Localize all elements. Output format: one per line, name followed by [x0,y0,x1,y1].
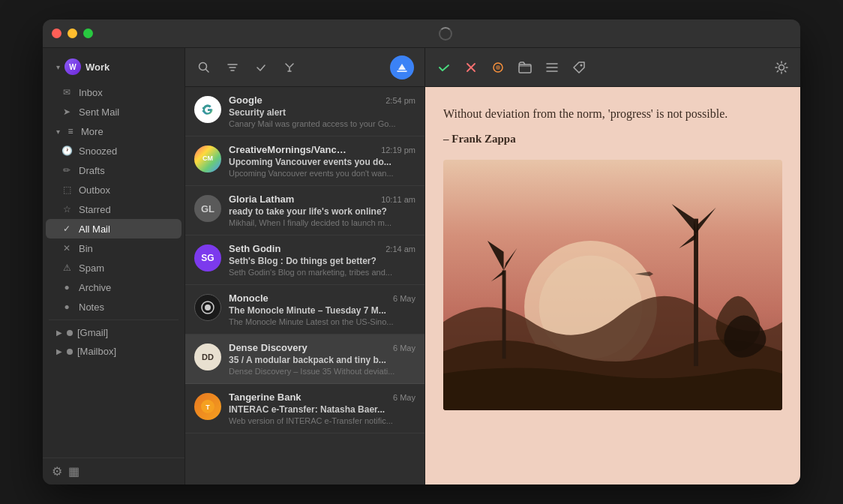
email-header: Google 2:54 pm [229,94,416,106]
sidebar-item-drafts[interactable]: ✏ Drafts [46,160,182,180]
loading-spinner [439,27,452,40]
sidebar-item-starred[interactable]: ☆ Starred [46,200,182,219]
main-content: ▾ W Work ✉ Inbox ➤ Sent Mail ▾ ≡ More 🕐 [43,48,800,484]
email-time: 6 May [393,294,416,303]
archive-dot-icon: ● [61,281,73,293]
minimize-button[interactable] [68,28,77,38]
delete-icon[interactable] [463,59,479,76]
sidebar: ▾ W Work ✉ Inbox ➤ Sent Mail ▾ ≡ More 🕐 [43,48,185,484]
drafts-icon: ✏ [61,164,73,176]
snoozed-icon: 🕐 [61,145,73,157]
email-subject: The Monocle Minute – Tuesday 7 M... [229,305,416,316]
tools-icon[interactable] [281,59,298,76]
sidebar-item-archive[interactable]: ● Archive [46,278,182,297]
sidebar-group-gmail[interactable]: ▶ [Gmail] [46,323,182,342]
email-header: Gloria Latham 10:11 am [229,194,416,205]
email-subject: INTERAC e-Transfer: Natasha Baer... [229,404,416,415]
hamburger-icon[interactable] [544,59,560,76]
app-window: ▾ W Work ✉ Inbox ➤ Sent Mail ▾ ≡ More 🕐 [43,20,800,484]
svg-point-13 [779,64,784,70]
compose-button[interactable] [390,56,414,80]
maximize-button[interactable] [83,28,93,38]
sidebar-group-mailbox[interactable]: ▶ [Mailbox] [46,342,182,361]
allmail-icon: ✓ [61,223,73,235]
email-item[interactable]: GL Gloria Latham 10:11 am ready to take … [185,186,424,236]
svg-text:T: T [206,404,210,411]
email-time: 12:19 pm [381,146,416,154]
search-icon[interactable] [196,59,212,76]
close-button[interactable] [52,28,62,38]
sidebar-divider [49,320,178,320]
email-preview: Mikhail, When I finally decided to launc… [229,218,416,227]
svg-line-21 [777,70,778,71]
email-body: Google 2:54 pm Security alert Canary Mai… [229,94,416,128]
account-name: Work [86,62,171,73]
snooze-icon[interactable] [490,59,506,76]
sidebar-item-spam[interactable]: ⚠ Spam [46,258,182,278]
email-item[interactable]: Monocle 6 May The Monocle Minute – Tuesd… [185,285,424,334]
email-item[interactable]: Google 2:54 pm Security alert Canary Mai… [185,87,424,136]
email-content: Without deviation from the norm, 'progre… [425,87,800,484]
sidebar-item-snoozed[interactable]: 🕐 Snoozed [46,141,182,160]
sidebar-item-bin[interactable]: ✕ Bin [46,238,182,258]
sidebar-item-outbox[interactable]: ⬚ Outbox [46,180,182,200]
starred-icon: ☆ [61,203,73,215]
avatar: SG [194,244,221,272]
sidebar-item-sent[interactable]: ➤ Sent Mail [46,102,182,122]
avatar: CM [194,146,221,172]
email-body: Tangerine Bank 6 May INTERAC e-Transfer:… [229,392,416,425]
more-chevron-icon: ▾ [56,128,60,136]
email-panel: Google 2:54 pm Security alert Canary Mai… [185,48,425,484]
email-body: CreativeMornings/Vancouver 12:19 pm Upco… [229,144,416,178]
more-lines-icon: ≡ [64,125,76,137]
account-avatar: W [64,58,81,75]
avatar [194,96,221,123]
settings-icon[interactable]: ⚙ [52,464,62,478]
email-item[interactable]: T Tangerine Bank 6 May INTERAC e-Transfe… [185,384,424,434]
avatar: GL [194,195,221,222]
email-header: CreativeMornings/Vancouver 12:19 pm [229,144,416,155]
email-item[interactable]: CM CreativeMornings/Vancouver 12:19 pm U… [185,136,424,186]
grid-icon[interactable]: ▦ [68,464,80,478]
spam-icon: ⚠ [61,262,73,274]
reading-pane: Without deviation from the norm, 'progre… [425,48,800,484]
email-subject: Security alert [229,107,416,118]
reading-toolbar [425,48,800,87]
filter-icon[interactable] [224,59,241,76]
email-time: 10:11 am [381,195,416,204]
folder-icon[interactable] [517,59,533,76]
email-header: Seth Godin 2:14 am [229,243,416,254]
email-toolbar [185,48,424,87]
email-subject: Upcoming Vancouver events you do... [229,157,416,167]
sidebar-item-allmail[interactable]: ✓ All Mail [46,219,182,238]
svg-line-20 [784,63,785,64]
email-quote-text: Without deviation from the norm, 'progre… [443,105,782,148]
label-icon[interactable] [571,59,587,76]
email-sender: Gloria Latham [229,194,294,205]
checkmark-icon[interactable] [253,59,269,76]
brightness-icon[interactable] [773,59,790,76]
account-row[interactable]: ▾ W Work [52,56,176,78]
email-preview: Dense Discovery – Issue 35 Without devia… [229,367,416,376]
sidebar-header: ▾ W Work [43,48,184,82]
email-subject: Seth's Blog : Do things get better? [229,256,416,266]
email-body: Monocle 6 May The Monocle Minute – Tuesd… [229,292,416,326]
email-header: Monocle 6 May [229,292,416,304]
email-list: Google 2:54 pm Security alert Canary Mai… [185,87,424,484]
email-preview: Upcoming Vancouver events you don't wan.… [229,169,416,178]
mailbox-chevron-icon: ▶ [56,347,62,356]
sidebar-item-more[interactable]: ▾ ≡ More [46,122,182,141]
svg-line-1 [206,69,209,72]
account-chevron-icon: ▾ [56,63,60,71]
svg-line-19 [784,70,785,71]
mailbox-dot-icon [67,349,73,355]
email-preview: Canary Mail was granted access to your G… [229,119,416,128]
email-body: Seth Godin 2:14 am Seth's Blog : Do thin… [229,243,416,277]
sidebar-item-inbox[interactable]: ✉ Inbox [46,82,182,102]
email-preview: Web version of INTERAC e-Transfer notifi… [229,416,416,425]
email-item[interactable]: SG Seth Godin 2:14 am Seth's Blog : Do t… [185,236,424,285]
sidebar-item-notes[interactable]: ● Notes [46,297,182,316]
reply-check-icon[interactable] [436,59,452,76]
svg-point-12 [580,64,583,66]
email-item[interactable]: DD Dense Discovery 6 May 35 / A modular … [185,334,424,384]
